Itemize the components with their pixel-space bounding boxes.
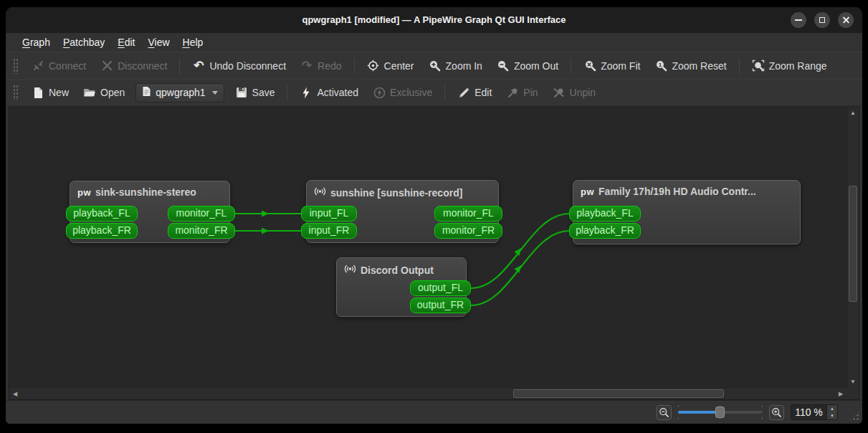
toolbar-drag-handle[interactable] bbox=[13, 58, 18, 74]
pencil-icon bbox=[457, 87, 470, 99]
magnifier-plus-icon bbox=[771, 407, 782, 418]
zoom-percent-spinbox[interactable]: 110 % ▲ ▼ bbox=[791, 404, 838, 420]
horizontal-scrollbar[interactable]: ◀ ▶ bbox=[9, 387, 846, 399]
new-button[interactable]: New bbox=[25, 83, 75, 103]
scroll-left-icon[interactable]: ◀ bbox=[9, 389, 21, 399]
port-output[interactable]: output_FL bbox=[410, 280, 471, 296]
port-output[interactable]: monitor_FR bbox=[434, 223, 502, 239]
toolbar-separator bbox=[444, 85, 445, 100]
new-document-icon bbox=[32, 87, 44, 99]
menu-help[interactable]: Help bbox=[176, 34, 210, 50]
menu-view[interactable]: View bbox=[141, 34, 176, 50]
port-output[interactable]: output_FR bbox=[410, 298, 471, 313]
patchbay-select[interactable]: qpwgraph1 bbox=[135, 83, 224, 103]
connect-button[interactable]: Connect bbox=[25, 56, 92, 75]
chevron-down-icon bbox=[212, 91, 218, 95]
spin-down-icon[interactable]: ▼ bbox=[827, 412, 837, 419]
node-title: Discord Output bbox=[361, 265, 434, 276]
open-folder-icon bbox=[83, 87, 96, 99]
resize-grip[interactable] bbox=[849, 410, 860, 422]
scrollbar-corner bbox=[846, 387, 859, 399]
unpin-button[interactable]: Unpin bbox=[546, 83, 603, 103]
minimize-button[interactable] bbox=[791, 12, 806, 28]
menu-graph[interactable]: Graph bbox=[16, 34, 57, 50]
toolbar-separator bbox=[739, 58, 740, 74]
save-floppy-icon bbox=[235, 87, 248, 99]
titlebar[interactable]: qpwgraph1 [modified] — A PipeWire Graph … bbox=[6, 7, 862, 33]
redo-icon: ↷ bbox=[300, 60, 313, 72]
window-controls bbox=[791, 12, 854, 28]
port-input[interactable]: input_FL bbox=[301, 206, 357, 222]
port-input[interactable]: playback_FL bbox=[66, 206, 138, 222]
vertical-scrollbar-thumb[interactable] bbox=[849, 186, 857, 302]
pin-icon bbox=[506, 87, 519, 99]
magnifier-minus-icon bbox=[497, 60, 510, 72]
magnifier-fit-icon bbox=[583, 60, 596, 72]
zoom-fit-button[interactable]: Zoom Fit bbox=[577, 56, 647, 75]
maximize-button[interactable] bbox=[814, 12, 830, 28]
patchbay-file-icon bbox=[142, 86, 151, 99]
magnifier-plus-icon bbox=[429, 60, 442, 72]
disconnect-button[interactable]: Disconnect bbox=[94, 56, 173, 75]
toolbar-drag-handle[interactable] bbox=[13, 85, 18, 100]
node-title: sink-sunshine-stereo bbox=[95, 186, 196, 198]
edit-button[interactable]: Edit bbox=[451, 83, 498, 103]
broadcast-icon bbox=[344, 263, 356, 277]
circled-lightning-icon bbox=[373, 87, 386, 99]
magnifier-reset-icon: 1 bbox=[654, 60, 667, 72]
zoom-range-button[interactable]: Zoom Range bbox=[745, 56, 834, 75]
zoom-slider[interactable] bbox=[678, 405, 763, 419]
center-button[interactable]: Center bbox=[361, 56, 421, 75]
port-input[interactable]: playback_FR bbox=[66, 223, 138, 239]
patchbay-toolbar: New Open qpwgraph1 Save Activated bbox=[6, 79, 862, 106]
zoom-reset-button[interactable]: 1 Zoom Reset bbox=[648, 56, 733, 75]
connection-lines bbox=[9, 108, 846, 387]
zoom-in-button[interactable]: Zoom In bbox=[422, 56, 489, 75]
statusbar-zoom-out-button[interactable] bbox=[657, 405, 672, 420]
open-button[interactable]: Open bbox=[77, 83, 131, 103]
maximize-icon bbox=[819, 17, 825, 23]
disconnect-icon bbox=[100, 60, 113, 72]
menubar: Graph Patchbay Edit View Help bbox=[6, 33, 862, 52]
port-output[interactable]: monitor_FR bbox=[168, 223, 235, 239]
port-output[interactable]: monitor_FL bbox=[434, 206, 502, 222]
toolbar-separator bbox=[287, 85, 287, 100]
scroll-right-icon[interactable]: ▶ bbox=[835, 389, 846, 399]
redo-button[interactable]: ↷ Redo bbox=[294, 56, 348, 75]
lightning-icon bbox=[300, 87, 313, 99]
port-output[interactable]: monitor_FL bbox=[168, 206, 235, 222]
node-title: sunshine [sunshine-record] bbox=[330, 187, 462, 199]
undo-disconnect-button[interactable]: ↶ Undo Disconnect bbox=[186, 56, 292, 75]
activated-button[interactable]: Activated bbox=[293, 83, 365, 103]
graph-canvas[interactable]: pw sink-sunshine-stereo playback_FL play… bbox=[9, 108, 846, 387]
unpin-icon bbox=[553, 87, 566, 99]
port-input[interactable]: playback_FL bbox=[569, 206, 641, 222]
scroll-down-icon[interactable]: ▼ bbox=[847, 376, 859, 387]
toolbar-separator bbox=[571, 58, 571, 74]
exclusive-button[interactable]: Exclusive bbox=[366, 83, 439, 103]
save-button[interactable]: Save bbox=[229, 83, 282, 103]
spin-up-icon[interactable]: ▲ bbox=[827, 405, 837, 412]
statusbar: 110 % ▲ ▼ bbox=[6, 400, 862, 424]
zoom-slider-fill bbox=[678, 411, 719, 414]
statusbar-zoom-in-button[interactable] bbox=[769, 405, 784, 420]
magnifier-minus-icon bbox=[659, 407, 669, 418]
close-button[interactable] bbox=[838, 12, 854, 28]
connect-icon bbox=[32, 60, 44, 72]
graph-toolbar: Connect Disconnect ↶ Undo Disconnect ↷ R… bbox=[6, 52, 862, 79]
zoom-slider-handle[interactable] bbox=[715, 406, 725, 418]
zoom-out-button[interactable]: Zoom Out bbox=[490, 56, 565, 75]
vertical-scrollbar[interactable]: ▲ ▼ bbox=[846, 108, 859, 387]
port-input[interactable]: input_FR bbox=[301, 223, 357, 239]
pin-button[interactable]: Pin bbox=[500, 83, 544, 103]
port-input[interactable]: playback_FR bbox=[569, 223, 641, 239]
toolbar-separator bbox=[354, 58, 355, 74]
scroll-up-icon[interactable]: ▲ bbox=[847, 108, 859, 118]
node-title: Family 17h/19h HD Audio Contr... bbox=[598, 186, 756, 197]
app-window: qpwgraph1 [modified] — A PipeWire Graph … bbox=[6, 7, 862, 424]
horizontal-scrollbar-thumb[interactable] bbox=[513, 389, 724, 398]
menu-edit[interactable]: Edit bbox=[111, 34, 141, 50]
menu-patchbay[interactable]: Patchbay bbox=[57, 34, 111, 50]
magnifier-range-icon bbox=[752, 60, 765, 72]
svg-text:1: 1 bbox=[659, 62, 662, 68]
